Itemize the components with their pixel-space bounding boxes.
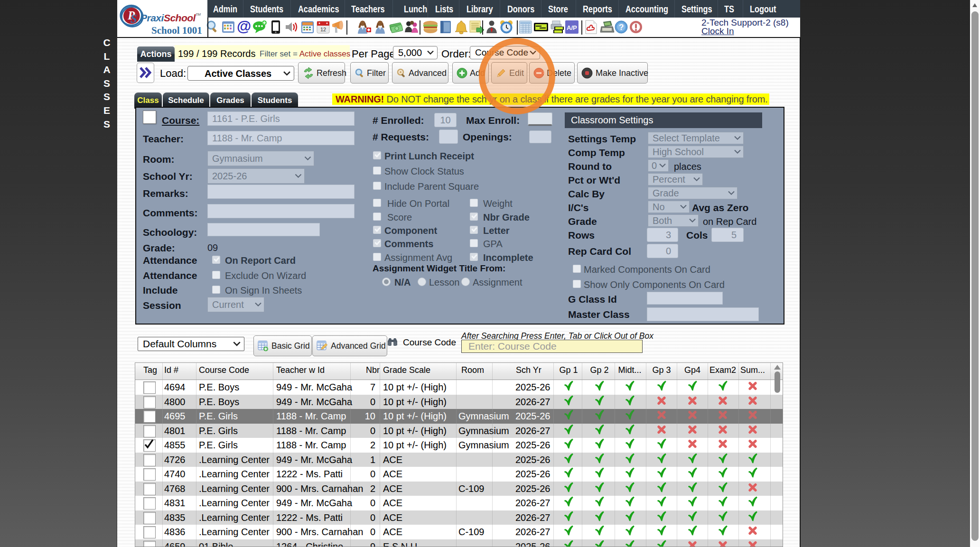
svg-text:?: ?	[619, 23, 624, 32]
svg-text:12: 12	[320, 27, 326, 32]
svg-text:A/P: A/P	[567, 24, 577, 31]
svg-text:S: S	[131, 12, 137, 25]
